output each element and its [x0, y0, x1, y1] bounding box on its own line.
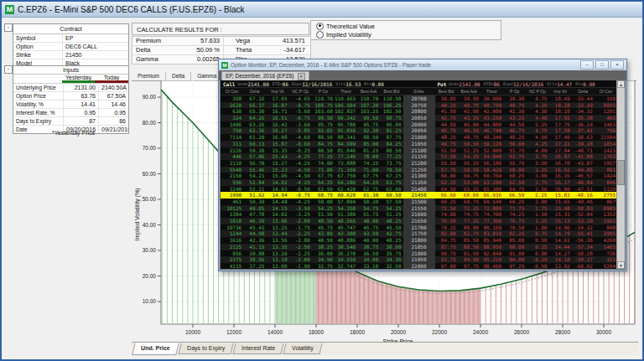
- option-chain-row[interactable]: 75062.3616.27-5.8592.6591.85692.3091.252…: [221, 127, 617, 134]
- inputs-today-value: 86: [99, 117, 128, 125]
- chart-tab-delta[interactable]: Delta: [166, 72, 191, 80]
- monitor-scrollbar[interactable]: ▲ ▼: [616, 80, 625, 269]
- bottom-tab-label: Und. Price: [141, 343, 170, 353]
- option-chain-row[interactable]: 35867.1617.05-4.65110.70110.663110.70110…: [221, 95, 617, 102]
- put-cell: -34.32: [572, 108, 595, 115]
- title-bar[interactable]: M C.EPZ6 - E-Mini S&P 500 DEC6 CALLS (F.…: [2, 2, 642, 18]
- option-chain-row[interactable]: 262066.3716.87-0.75108.75106.584107.3010…: [221, 102, 617, 109]
- minimize-button[interactable]: –: [580, 60, 594, 70]
- option-chain-row[interactable]: 237538.5613.10-2.0034.5034.55034.9034.30…: [221, 256, 617, 263]
- option-chain-row[interactable]: 199051.6214.94-0.7560.7560.62961.3060.50…: [221, 192, 617, 199]
- put-cell: 15.65: [548, 199, 571, 205]
- call-cell: 750: [221, 127, 243, 134]
- call-cell: 62.75: [357, 186, 380, 193]
- put-cell: 50.00: [503, 141, 526, 147]
- call-cell: 45.75: [357, 224, 380, 231]
- call-cell: 13.96: [266, 218, 288, 224]
- calc-result-row: Delta50.09 %Theta-34.617: [132, 46, 310, 55]
- put-cell: 60.760: [480, 173, 503, 179]
- option-monitor-window[interactable]: M Option Monitor: EP, December, 2016 - E…: [218, 59, 627, 271]
- strike-cell: 21300: [403, 173, 435, 179]
- put-cell: 60.00: [435, 173, 458, 179]
- put-cell: 2.25: [526, 192, 548, 199]
- bottom-tab-volatility[interactable]: Volatility: [283, 343, 322, 354]
- strike-cell: 21700: [403, 224, 435, 231]
- option-chain-row[interactable]: 554055.4615.23-4.5071.0071.35071.0070.50…: [221, 167, 617, 173]
- call-cell: 13.20: [266, 250, 288, 257]
- tab-close-icon[interactable]: ×: [298, 73, 305, 80]
- put-cell: 5.25: [526, 121, 548, 128]
- option-chain-row[interactable]: 95639.8813.20-2.2536.0036.27036.5035.752…: [221, 250, 617, 257]
- put-cell: 55.75: [503, 160, 526, 167]
- option-chain-row[interactable]: 1012549.0514.15-3.5054.2554.35054.7554.2…: [221, 205, 617, 212]
- option-chain-row[interactable]: 46150.3914.48-4.2558.0057.80458.3057.502…: [221, 199, 617, 205]
- bottom-tab-interest-rate[interactable]: Interest Rate: [232, 343, 283, 354]
- option-chain-row[interactable]: 149663.2616.42-3.6095.7595.78095.7595.00…: [221, 121, 617, 128]
- info-value: 0.00: [583, 81, 595, 87]
- close-button[interactable]: ×: [610, 60, 624, 70]
- option-monitor-titlebar[interactable]: M Option Monitor: EP, December, 2016 - E…: [219, 59, 626, 70]
- strike-cell: 21450: [403, 192, 435, 199]
- call-cell: 40.50: [312, 237, 335, 244]
- put-cell: 846: [595, 179, 617, 186]
- bottom-tab-und-price[interactable]: Und. Price: [132, 343, 179, 355]
- option-chain-row[interactable]: 138447.7814.02-3.2551.5051.38051.7551.25…: [221, 211, 617, 218]
- option-chain-row[interactable]: 181846.3913.96-2.8048.5048.56648.9048.25…: [221, 218, 617, 224]
- collapse-contract-button[interactable]: -: [4, 23, 13, 32]
- call-cell: 88.341: [335, 134, 357, 141]
- option-chain-row[interactable]: 1973645.4313.25-1.7545.7545.74745.7545.5…: [221, 224, 617, 231]
- call-cell: 956: [221, 250, 243, 257]
- put-cell: -53.29: [572, 218, 595, 224]
- strike-cell: 21000: [403, 134, 435, 141]
- call-cell: 73.75: [380, 160, 402, 167]
- option-chain-row[interactable]: 711461.2016.08-4.6088.5088.34188.5087.75…: [221, 134, 617, 141]
- option-chain-row[interactable]: 211056.7015.27-4.2574.0073.88874.2573.75…: [221, 160, 617, 167]
- put-cell: 14.10: [548, 256, 571, 263]
- contract-row-value: 21450: [63, 51, 84, 59]
- put-cell: 17.58: [548, 127, 571, 134]
- option-chain-row[interactable]: 55652.8414.92-4.2564.2564.28664.2563.752…: [221, 179, 617, 186]
- option-chain-row[interactable]: 212541.1513.35-2.5038.2538.54038.7538.00…: [221, 244, 617, 250]
- call-cell: 40.886: [335, 237, 357, 244]
- radio-icon[interactable]: [316, 23, 324, 30]
- put-cell: 77.390: [480, 218, 503, 224]
- maximize-button[interactable]: □: [595, 60, 609, 70]
- option-chain-row[interactable]: 124052.2114.93-0.5062.5062.42062.7562.00…: [221, 186, 617, 193]
- calc-value: 413.571: [276, 37, 310, 45]
- call-cell: 88.50: [357, 134, 380, 141]
- bottom-tab-days-to-expiry[interactable]: Days to Expiry: [178, 343, 233, 354]
- chart-tab-premium[interactable]: Premium: [132, 72, 166, 80]
- call-cell: 15.35: [266, 147, 288, 154]
- radio-icon[interactable]: [316, 31, 324, 39]
- put-cell: 63.00: [458, 179, 480, 186]
- scrollbar-thumb[interactable]: [617, 160, 625, 185]
- radio-option-implied-volatility[interactable]: Implied Volatility: [316, 30, 501, 39]
- option-chain-row[interactable]: 161642.3613.56-2.8040.5040.88640.9040.25…: [221, 237, 617, 244]
- option-chain-row[interactable]: 222659.3015.35-0.2580.5081.04681.2580.50…: [221, 147, 617, 154]
- inputs-yesterday-value: 87: [64, 117, 99, 125]
- option-chain-row[interactable]: 32464.2616.51-0.7599.5099.34299.5098.752…: [221, 115, 617, 121]
- call-cell: 19736: [221, 224, 243, 231]
- option-chain-row[interactable]: 124444.0813.44-2.2543.0043.30043.5042.75…: [221, 230, 617, 237]
- put-cell: 42.75: [435, 115, 458, 121]
- call-cell: 64.26: [243, 115, 266, 121]
- call-cell: 57.86: [243, 153, 266, 160]
- option-chain-row[interactable]: 44657.8615.43-4.2577.2577.24678.0077.252…: [221, 153, 617, 160]
- scroll-up-arrow-icon[interactable]: ▲: [617, 80, 625, 88]
- monitor-tab[interactable]: EP, December, 2016 (EPZ6) ×: [221, 71, 309, 80]
- option-chain-row[interactable]: 63065.3016.71-5.60103.60102.837103.25102…: [221, 108, 617, 115]
- put-cell: 40.75: [458, 102, 480, 109]
- put-cell: 0.50: [526, 237, 548, 244]
- put-cell: 53.75: [503, 153, 526, 160]
- collapse-inputs-button[interactable]: -: [4, 65, 13, 74]
- put-cell: 17.04: [548, 147, 571, 154]
- call-cell: 37.25: [243, 263, 266, 269]
- option-chain-row[interactable]: 31160.1315.87-0.6084.7584.98985.0084.252…: [221, 141, 617, 147]
- option-chain-row[interactable]: 215054.2115.06-4.5067.7567.75067.7567.25…: [221, 173, 617, 179]
- put-cell: -33.44: [572, 95, 595, 102]
- radio-option-theoretical-value[interactable]: Theoretical Value: [316, 22, 501, 30]
- scroll-down-arrow-icon[interactable]: ▼: [617, 261, 625, 269]
- call-cell: 14.48: [266, 199, 288, 205]
- option-chain-row[interactable]: 411537.2513.00-1.9032.7532.74733.1032.50…: [221, 263, 617, 269]
- put-cell: 40.25: [435, 102, 458, 109]
